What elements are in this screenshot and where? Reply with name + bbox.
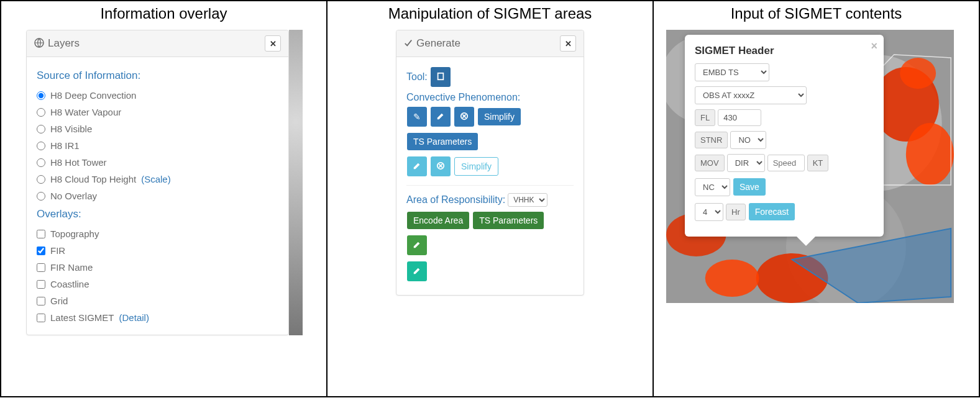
divider (406, 185, 574, 186)
svg-rect-1 (437, 73, 443, 79)
checkbox-input[interactable] (37, 297, 45, 305)
detail-link[interactable]: (Detail) (119, 312, 149, 323)
edit-icon (413, 161, 421, 172)
overlay-label: Grid (50, 296, 68, 306)
overlay-label: Latest SIGMET (50, 312, 114, 323)
times-circle-icon (460, 112, 469, 122)
popup-title: SIGMET Header (695, 45, 874, 57)
edit-green-button[interactable] (407, 235, 427, 255)
stnr-label: STNR (695, 132, 728, 148)
checkbox-input[interactable] (37, 314, 45, 322)
close-icon: ✕ (565, 39, 572, 48)
source-option-none[interactable]: No Overlay (37, 188, 278, 204)
generate-panel-title: Generate (416, 37, 460, 50)
source-label: No Overlay (50, 191, 97, 201)
radio-input[interactable] (37, 192, 45, 201)
encode-area-button[interactable]: Encode Area (407, 212, 469, 229)
scale-link[interactable]: (Scale) (141, 174, 171, 184)
dir-select[interactable]: DIR (727, 154, 765, 172)
source-label: H8 Deep Convection (50, 90, 136, 101)
rectangle-icon (436, 72, 445, 83)
edit-teal-button[interactable] (407, 261, 427, 281)
source-label: H8 Hot Tower (50, 157, 107, 168)
source-option-ir1[interactable]: H8 IR1 (37, 137, 278, 154)
radio-input[interactable] (37, 175, 45, 184)
edit-button[interactable] (431, 107, 451, 127)
obs-select[interactable]: OBS AT xxxxZ (695, 86, 807, 104)
generate-panel: Generate ✕ Tool: Convective Phenomenon: … (396, 30, 584, 296)
fl-input[interactable] (718, 109, 761, 126)
simplify-button[interactable]: Simplify (478, 108, 521, 125)
source-option-hot-tower[interactable]: H8 Hot Tower (37, 154, 278, 171)
ts-parameters-button[interactable]: TS Parameters (407, 133, 478, 150)
svg-point-14 (900, 58, 936, 89)
layers-panel: Layers ✕ Source of Information: H8 Deep … (26, 30, 289, 335)
phenomenon-select[interactable]: EMBD TS (695, 63, 769, 81)
hr-label: Hr (726, 204, 746, 220)
layers-panel-close-button[interactable]: ✕ (265, 35, 281, 52)
source-label: H8 Cloud Top Height (50, 174, 136, 184)
overlay-coastline[interactable]: Coastline (37, 276, 278, 292)
overlays-heading: Overlays: (37, 208, 278, 220)
overlay-label: FIR Name (50, 262, 93, 273)
popup-pointer-icon (797, 237, 815, 246)
aor-select[interactable]: VHHK (508, 193, 547, 207)
source-label: H8 IR1 (50, 140, 80, 151)
checkbox-input[interactable] (37, 246, 45, 255)
source-option-deep-conv[interactable]: H8 Deep Convection (37, 87, 278, 104)
pencil-icon: ✎ (413, 112, 421, 122)
radio-input[interactable] (37, 158, 45, 167)
tool-rectangle-button[interactable] (431, 67, 451, 87)
close-icon: × (871, 40, 877, 52)
source-heading: Source of Information: (37, 70, 278, 82)
checkbox-input[interactable] (37, 230, 45, 238)
overlay-fir[interactable]: FIR (37, 242, 278, 259)
column-title-input: Input of SIGMET contents (654, 1, 979, 25)
overlay-label: FIR (50, 245, 65, 256)
simplify-secondary-button[interactable]: Simplify (454, 157, 498, 176)
fl-label: FL (695, 109, 715, 126)
stnr-select[interactable]: NO (730, 131, 766, 149)
overlay-grid[interactable]: Grid (37, 292, 278, 309)
radio-input[interactable] (37, 108, 45, 117)
source-option-cth[interactable]: H8 Cloud Top Height (Scale) (37, 171, 278, 188)
radio-input[interactable] (37, 142, 45, 150)
overlay-topography[interactable]: Topography (37, 225, 278, 242)
column-title-info-overlay: Information overlay (1, 1, 326, 25)
conv-phenom-label: Convective Phenomenon: (406, 92, 574, 103)
aor-label: Area of Responsibility: (406, 194, 505, 206)
overlay-label: Coastline (50, 279, 89, 289)
sigmet-header-popup: × SIGMET Header EMBD TS OBS AT xxxxZ FL … (685, 35, 884, 237)
svg-point-13 (906, 123, 954, 185)
forecast-button[interactable]: Forecast (749, 203, 795, 220)
checkbox-input[interactable] (37, 263, 45, 272)
globe-icon (34, 38, 44, 50)
overlay-fir-name[interactable]: FIR Name (37, 259, 278, 276)
overlay-label: Topography (50, 228, 99, 239)
radio-input[interactable] (37, 125, 45, 133)
source-label: H8 Visible (50, 124, 92, 134)
edit-icon (436, 112, 445, 122)
change-select[interactable]: NC (695, 178, 730, 196)
delete-button[interactable] (454, 107, 474, 127)
radio-input[interactable] (37, 91, 45, 100)
column-title-manipulation: Manipulation of SIGMET areas (327, 1, 653, 25)
mov-label: MOV (695, 155, 725, 171)
checkbox-input[interactable] (37, 280, 45, 289)
tool-label: Tool: (406, 71, 428, 83)
hours-select[interactable]: 4 (695, 203, 723, 221)
kt-label: KT (807, 155, 829, 171)
draw-button[interactable]: ✎ (407, 107, 427, 127)
generate-panel-close-button[interactable]: ✕ (560, 35, 576, 52)
popup-close-button[interactable]: × (871, 40, 877, 53)
layers-panel-title: Layers (48, 37, 80, 50)
times-circle-icon (436, 161, 445, 172)
delete-secondary-button[interactable] (431, 156, 451, 176)
source-option-visible[interactable]: H8 Visible (37, 120, 278, 137)
source-option-wv[interactable]: H8 Water Vapour (37, 104, 278, 120)
overlay-latest-sigmet[interactable]: Latest SIGMET (Detail) (37, 309, 278, 326)
speed-input[interactable] (767, 155, 805, 171)
save-button[interactable]: Save (733, 178, 766, 196)
edit-secondary-button[interactable] (407, 156, 427, 176)
ts-parameters-green-button[interactable]: TS Parameters (473, 212, 544, 229)
